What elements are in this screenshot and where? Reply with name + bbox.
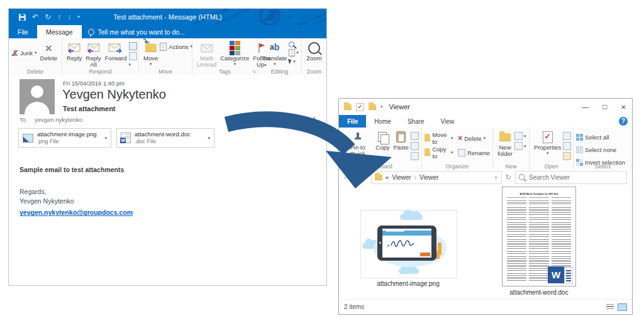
up-icon[interactable]: ↑ (364, 173, 367, 181)
easy-access-icon[interactable] (514, 142, 523, 150)
related-caret-icon: ▾ (296, 50, 299, 55)
rename-button[interactable]: Rename (458, 148, 490, 157)
copy-to-button[interactable]: Copy to ▾ (425, 148, 453, 157)
select-all-button[interactable]: Select all (576, 133, 625, 141)
collapse-header-chevron-icon[interactable]: ∧ (312, 115, 316, 122)
actions-button[interactable]: Actions ▾ (160, 42, 192, 51)
copy-path-icon[interactable] (411, 142, 419, 150)
phone-illustration (377, 226, 436, 261)
im-icon[interactable] (129, 52, 137, 60)
attachment-chip-image[interactable]: attachment-image.png .png File ▾ (18, 128, 111, 148)
tab-file[interactable]: File (339, 115, 366, 128)
maximize-icon[interactable]: □ (303, 13, 307, 21)
details-view-icon[interactable] (606, 304, 614, 310)
recent-locations-caret-icon[interactable]: ∨ (356, 175, 360, 180)
forward-button[interactable]: Forward (103, 41, 129, 62)
tab-message[interactable]: Message (37, 25, 82, 38)
back-icon[interactable]: ‹ (344, 173, 347, 181)
file-name-image[interactable]: attachment-image.png (349, 280, 467, 287)
explorer-ribbon-tabs: File Home Share View (339, 115, 632, 128)
open-icon[interactable] (563, 132, 571, 140)
breadcrumb-current[interactable]: Viewer (419, 174, 438, 181)
new-item-caret-icon: ▾ (524, 134, 526, 139)
properties-button[interactable]: Properties ▾ (532, 130, 563, 156)
forward-icon[interactable]: › (350, 173, 353, 181)
breadcrumb-folder-icon (375, 175, 382, 180)
maximize-icon[interactable]: □ (602, 102, 607, 111)
png-file-icon (23, 134, 33, 143)
zoom-button[interactable]: Zoom (304, 41, 323, 62)
file-item-word-thumbnail[interactable]: ACM Word Template for SIG Site W (502, 187, 576, 286)
breadcrumb-collapse-icon[interactable]: « (386, 174, 389, 181)
junk-button[interactable]: Junk ▾ (11, 48, 37, 57)
new-folder-button[interactable]: New folder (496, 130, 514, 158)
search-input[interactable] (528, 173, 623, 182)
copy-to-label: Copy to (432, 146, 448, 160)
address-dropdown-icon[interactable]: ∨ (494, 175, 498, 180)
delete-button[interactable]: × Delete (38, 41, 59, 62)
tab-file[interactable]: File (9, 25, 37, 38)
select-none-button[interactable]: Select none (576, 145, 625, 154)
minimize-icon[interactable]: — (285, 13, 292, 21)
paste-shortcut-icon[interactable] (411, 152, 419, 160)
tell-me-box[interactable]: Tell me what you want to do... (88, 25, 185, 38)
signature-email-link[interactable]: yevgen.nykytenko@groupdocs.com (19, 209, 133, 216)
reply-button[interactable]: Reply (65, 41, 84, 62)
find-icon[interactable] (289, 41, 294, 47)
doc-file-icon (121, 133, 131, 143)
copy-button[interactable]: Copy (374, 130, 391, 151)
select-none-label: Select none (585, 146, 616, 153)
pin-to-quick-access-button[interactable]: Pin to Quick access (341, 130, 374, 164)
move-button[interactable]: Move ▾ (142, 41, 160, 67)
ribbon-group-respond: Reply Reply All (62, 38, 139, 75)
help-icon[interactable]: ? (619, 117, 628, 126)
meeting-icon[interactable] (129, 42, 137, 50)
respond-more-caret-icon[interactable]: ▾ (129, 62, 137, 67)
reply-label: Reply (67, 55, 82, 62)
attachment-chip-word[interactable]: attachment-word.doc .doc File ▾ (116, 128, 214, 148)
tab-share[interactable]: Share (399, 115, 433, 128)
zoom-magnifier-icon (308, 42, 320, 54)
to-recipient[interactable]: yevgen nykytenko (35, 116, 82, 123)
thumbnails-view-icon[interactable] (618, 303, 627, 311)
reply-all-button[interactable]: Reply All (84, 41, 103, 68)
categorize-button[interactable]: Categorize ▾ (218, 41, 251, 67)
search-box[interactable] (515, 171, 627, 184)
message-sender[interactable]: Yevgen Nykytenko (62, 87, 166, 102)
qat-customize-icon[interactable]: ▾ (380, 104, 383, 109)
select-pointer-icon[interactable] (288, 58, 292, 65)
file-name-word[interactable]: attachment-word.doc (492, 289, 586, 296)
file-item-image-thumbnail[interactable] (360, 210, 457, 278)
mark-unread-button[interactable]: Mark Unread (195, 41, 218, 68)
close-icon[interactable]: × (317, 13, 321, 21)
breadcrumb-root[interactable]: Viewer (392, 174, 411, 181)
reply-all-icon (86, 43, 101, 53)
attachment-caret-icon[interactable]: ▾ (208, 136, 210, 141)
refresh-icon[interactable]: ↻ (506, 173, 511, 182)
related-icon[interactable] (289, 49, 295, 57)
tab-view[interactable]: View (433, 115, 463, 128)
history-icon[interactable] (563, 152, 571, 160)
delete-button[interactable]: × Delete ▾ (458, 134, 490, 143)
edit-icon[interactable] (563, 142, 571, 150)
tab-home[interactable]: Home (366, 115, 399, 128)
ribbon-display-options-icon[interactable]: ▤ (267, 13, 274, 21)
move-to-button[interactable]: Move to ▾ (425, 134, 453, 143)
explorer-window: ✓ ▾ Viewer — □ × File Home Share View ? … (338, 98, 633, 315)
cut-icon[interactable] (411, 132, 419, 140)
properties-label: Properties (534, 144, 561, 151)
new-item-icon[interactable] (514, 132, 523, 140)
attachment-caret-icon[interactable]: ▾ (104, 136, 107, 141)
phone-orange-button (420, 253, 430, 256)
delete-x-icon: × (45, 42, 52, 54)
qat-check-icon[interactable]: ✓ (356, 103, 364, 111)
qat-folder-icon[interactable] (369, 104, 376, 110)
explorer-window-controls: — □ × (582, 99, 626, 115)
move-to-icon (425, 136, 430, 141)
translate-button[interactable]: ab Translate ▾ (260, 41, 289, 67)
close-icon[interactable]: × (621, 102, 626, 112)
paste-button[interactable]: Paste (392, 130, 411, 151)
breadcrumb[interactable]: « Viewer › Viewer ∨ (371, 171, 502, 184)
minimize-icon[interactable]: — (582, 103, 589, 111)
group-label-respond: Respond (62, 68, 138, 75)
